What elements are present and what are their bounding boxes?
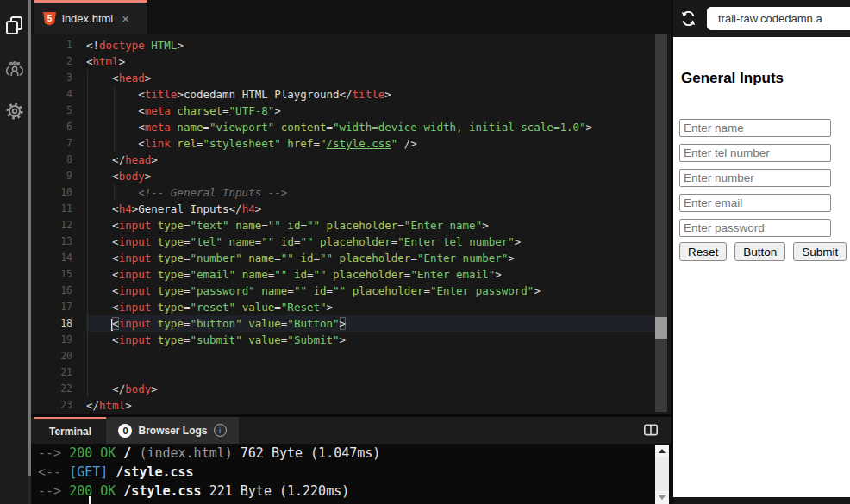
code-token: input: [119, 235, 152, 248]
code-line[interactable]: <html>: [86, 53, 655, 70]
code-line[interactable]: <input type="button" value="Button">: [86, 315, 655, 332]
code-token: "": [313, 268, 326, 281]
preview-reset-button[interactable]: Reset: [679, 242, 727, 261]
preview-number-input[interactable]: [679, 169, 831, 187]
indent-guide: [87, 70, 88, 397]
log-token: 200 OK: [69, 445, 116, 461]
code-line[interactable]: <body>: [86, 168, 655, 184]
code-token: "email": [190, 268, 235, 281]
code-line[interactable]: </body>: [86, 381, 655, 397]
code-token: input: [119, 317, 152, 330]
code-token: "Reset": [281, 301, 327, 314]
code-line[interactable]: <input type="number" name="" id="" place…: [86, 250, 655, 266]
code-line[interactable]: <input type="text" name="" id="" placeho…: [86, 217, 655, 233]
line-number: 20: [31, 348, 86, 364]
code-line[interactable]: <input type="tel" name="" id="" placehol…: [86, 233, 655, 250]
code-line[interactable]: </head>: [86, 152, 655, 168]
code-token: type: [151, 301, 184, 314]
preview-tel-input[interactable]: [679, 144, 831, 162]
code-line[interactable]: <input type="reset" value="Reset">: [86, 299, 655, 315]
close-tab-icon[interactable]: ×: [122, 12, 129, 25]
line-number: 19: [31, 332, 86, 348]
code-token: <: [86, 170, 119, 183]
code-line[interactable]: <!-- General Inputs -->: [86, 184, 655, 201]
tab-terminal[interactable]: Terminal: [34, 417, 106, 444]
terminal-scrollbar[interactable]: [655, 445, 669, 504]
code-token: placeholder: [333, 252, 410, 264]
url-input[interactable]: [707, 12, 850, 25]
code-token: placeholder: [327, 268, 404, 281]
preview-password-input[interactable]: [679, 219, 831, 237]
code-token: "Enter name": [404, 219, 482, 232]
code-line[interactable]: <meta charset="UTF-8">: [86, 103, 655, 119]
line-number: 10: [31, 184, 86, 201]
preview-email-input[interactable]: [679, 194, 831, 212]
code-token: "text": [190, 219, 228, 232]
code-token: "": [294, 284, 307, 297]
code-token: value: [242, 333, 281, 346]
code-token: value: [235, 301, 274, 314]
preview-submit-button[interactable]: Submit: [793, 242, 847, 261]
line-number: 1: [31, 37, 86, 53]
refresh-icon[interactable]: [680, 10, 697, 30]
code-line[interactable]: [86, 364, 655, 381]
code-token: =: [313, 137, 320, 150]
code-token: <: [86, 333, 119, 346]
tab-browser-logs[interactable]: 0 Browser Logs i: [106, 417, 239, 444]
editor-scrollbar-track[interactable]: [655, 34, 667, 412]
terminal-log-line: --> 200 OK /style.css 221 Byte (1.220ms): [31, 482, 671, 501]
code-line[interactable]: [86, 348, 655, 364]
preview-name-input[interactable]: [679, 119, 831, 137]
stylesheet-link[interactable]: /style.css: [327, 137, 391, 150]
code-token: >: [145, 72, 152, 84]
code-line[interactable]: <input type="submit" value="Submit">: [86, 332, 655, 348]
code-token: body: [119, 170, 145, 183]
code-token: type: [151, 333, 184, 346]
line-number: 22: [31, 381, 86, 397]
log-token: -->: [38, 445, 69, 461]
indent-guide: [114, 184, 115, 201]
code-line[interactable]: <meta name="viewport" content="width=dev…: [86, 119, 655, 135]
line-number: 8: [31, 152, 86, 168]
code-line[interactable]: <head>: [86, 70, 655, 86]
code-token: "": [320, 252, 333, 264]
code-token: <!: [86, 39, 99, 52]
code-line[interactable]: <!doctype HTML>: [86, 37, 655, 53]
code-token: type: [151, 317, 184, 330]
code-token: =: [274, 252, 281, 264]
url-bar[interactable]: [707, 7, 850, 30]
tab-index-html[interactable]: 5 index.html ×: [34, 0, 147, 34]
code-line[interactable]: <input type="email" name="" id="" placeh…: [86, 266, 655, 283]
code-token: title: [145, 88, 178, 101]
scroll-up-icon[interactable]: [655, 445, 669, 457]
scroll-down-icon[interactable]: [655, 491, 669, 504]
code-line[interactable]: <input type="password" name="" id="" pla…: [86, 283, 655, 299]
code-token: rel: [171, 137, 197, 150]
code-token: body: [125, 383, 151, 395]
community-icon[interactable]: [3, 59, 26, 81]
files-icon[interactable]: [3, 14, 26, 36]
code-token: "": [281, 252, 294, 264]
settings-gear-icon[interactable]: [3, 100, 26, 122]
code-line[interactable]: <h4>General Inputs</h4>: [86, 201, 655, 217]
code-line[interactable]: <link rel="stylesheet" href="/style.css"…: [86, 135, 655, 152]
line-number: 12: [31, 217, 86, 233]
code-token: "": [333, 284, 346, 297]
browser-preview-panel: General Inputs ResetButtonSubmit: [671, 0, 850, 504]
code-token: href: [281, 137, 314, 150]
code-token: input: [119, 301, 152, 314]
code-token: <: [86, 137, 145, 150]
preview-button-button[interactable]: Button: [734, 242, 785, 261]
code-token: name: [229, 219, 262, 232]
code-editor[interactable]: 1234567891011121314151617181920212223 <!…: [31, 34, 671, 412]
terminal-output[interactable]: --> 200 OK / (index.html) 762 Byte (1.04…: [31, 444, 671, 504]
terminal-cursor: [89, 496, 91, 504]
editor-scrollbar-thumb[interactable]: [655, 317, 667, 339]
split-panel-icon[interactable]: [643, 423, 659, 440]
code-token: link: [145, 137, 171, 150]
code-token: >: [384, 88, 391, 101]
code-line[interactable]: <title>codedamn HTML Playground</title>: [86, 86, 655, 103]
code-token: >: [255, 202, 262, 215]
code-line[interactable]: </html>: [86, 397, 655, 412]
code-token: </: [229, 202, 242, 215]
